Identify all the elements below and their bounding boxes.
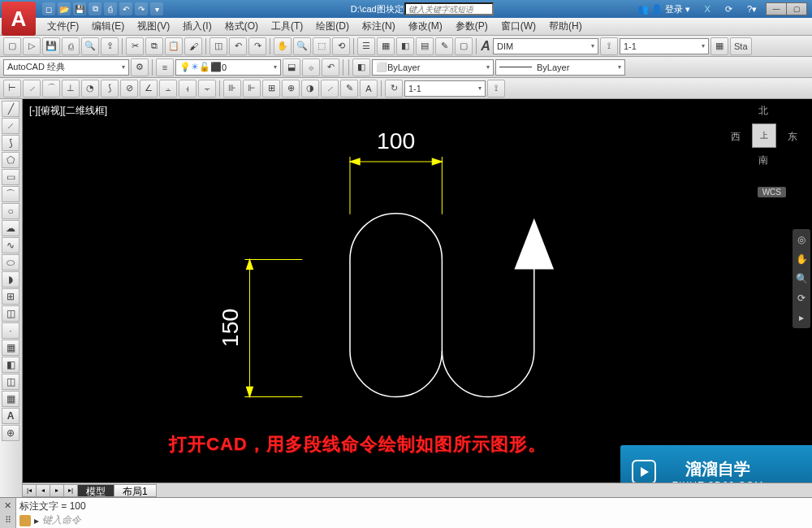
qat-saveas-icon[interactable]: ⧉ (89, 2, 102, 15)
qat-print-icon[interactable]: ⎙ (104, 2, 117, 15)
ellipsearc-icon[interactable]: ◗ (2, 271, 19, 288)
hatch-icon[interactable]: ▦ (2, 340, 19, 356)
copy-icon[interactable]: ⧉ (145, 37, 163, 55)
menu-modify[interactable]: 修改(M) (402, 18, 449, 35)
dimstylemgr-icon[interactable]: ⟟ (487, 80, 505, 97)
menu-parametric[interactable]: 参数(P) (449, 18, 495, 35)
zoom-icon[interactable]: 🔍 (293, 37, 311, 55)
nav-show-icon[interactable]: ▸ (794, 310, 809, 325)
menu-window[interactable]: 窗口(W) (495, 18, 542, 35)
menu-tools[interactable]: 工具(T) (265, 18, 309, 35)
tablestyle-icon[interactable]: ▦ (710, 37, 728, 55)
tab-last-icon[interactable]: ▸| (63, 484, 78, 497)
ssm-icon[interactable]: ▤ (416, 37, 434, 55)
props-icon[interactable]: ☰ (357, 37, 375, 55)
insert-icon[interactable]: ⊞ (2, 288, 19, 305)
dim-arc-icon[interactable]: ⌒ (42, 80, 60, 97)
menu-format[interactable]: 格式(O) (218, 18, 265, 35)
arc-icon[interactable]: ⌒ (2, 186, 19, 202)
plot-icon[interactable]: ⎙ (62, 37, 80, 55)
cmd-handle-icon[interactable]: ⠿ (0, 513, 15, 529)
tab-model[interactable]: 模型 (77, 484, 114, 497)
dim-rad-icon[interactable]: ◔ (81, 80, 99, 97)
menu-view[interactable]: 视图(V) (131, 18, 176, 35)
qat-redo-icon[interactable]: ↷ (135, 2, 148, 15)
layerstate-icon[interactable]: ⬓ (283, 58, 300, 76)
colorpick-icon[interactable]: ◧ (352, 58, 370, 76)
sta-button[interactable]: Sta (730, 37, 752, 55)
point-icon[interactable]: · (2, 322, 19, 339)
qat-open-icon[interactable]: 📂 (58, 2, 71, 15)
viewcube-w[interactable]: 西 (731, 130, 741, 144)
cmd-close-icon[interactable]: ✕ (0, 498, 15, 513)
pan-icon[interactable]: ✋ (274, 37, 292, 55)
revcloud-icon[interactable]: ☁ (2, 220, 19, 236)
tab-next-icon[interactable]: ▸ (50, 484, 64, 497)
layer-combo[interactable]: 💡☀🔓⬛ 0 (175, 59, 281, 76)
viewcube[interactable]: 北 西 东 南 上 (736, 107, 793, 164)
block-icon[interactable]: ◫ (209, 37, 227, 55)
block-icon[interactable]: ◫ (2, 305, 19, 322)
tab-layout1[interactable]: 布局1 (114, 484, 157, 497)
tab-first-icon[interactable]: |◂ (22, 484, 37, 497)
color-combo[interactable]: ⬜ByLayer (372, 59, 494, 76)
layerprev-icon[interactable]: ↶ (322, 58, 339, 76)
maximize-button[interactable]: ▢ (786, 2, 807, 15)
circle-icon[interactable]: ○ (2, 203, 19, 219)
new-icon[interactable]: ▢ (3, 37, 21, 55)
dimstyle2-combo[interactable]: 1-1 (404, 80, 486, 97)
dim-dia-icon[interactable]: ⊘ (120, 80, 138, 97)
redo2-icon[interactable]: ↷ (248, 37, 266, 55)
layermatch-icon[interactable]: ⟐ (302, 58, 320, 76)
layerprops-icon[interactable]: ≡ (156, 58, 174, 76)
app-menu-button[interactable] (2, 2, 36, 36)
workspace-combo[interactable]: AutoCAD 经典 (3, 59, 129, 76)
command-input[interactable]: ▸ 键入命令 (19, 513, 809, 527)
region-icon[interactable]: ◫ (2, 374, 19, 390)
polygon-icon[interactable]: ⬠ (2, 152, 19, 168)
dimtedit-icon[interactable]: A (360, 80, 378, 97)
calc-icon[interactable]: ▢ (455, 37, 473, 55)
nav-pan-icon[interactable]: ✋ (794, 252, 809, 266)
dim-space-icon[interactable]: ⊪ (223, 80, 241, 97)
dim-base-icon[interactable]: ⫞ (179, 80, 197, 97)
match-icon[interactable]: 🖌 (184, 37, 202, 55)
cen-icon[interactable]: ⊕ (282, 80, 300, 97)
exchange-icon[interactable]: X (700, 2, 715, 16)
linetype-combo[interactable]: ByLayer (495, 59, 625, 76)
dim-jog-icon[interactable]: ⟆ (101, 80, 119, 97)
markup-icon[interactable]: ✎ (435, 37, 453, 55)
drawing-canvas[interactable]: [-][俯视][二维线框] 100 150 (23, 99, 812, 497)
paste-icon[interactable]: 📋 (165, 37, 183, 55)
textstyle-combo[interactable]: DIM (493, 38, 598, 54)
viewcube-e[interactable]: 东 (788, 130, 797, 144)
dimstyle-combo[interactable]: 1-1 (620, 38, 709, 54)
save-icon[interactable]: 💾 (42, 37, 60, 55)
help-icon[interactable]: ?▾ (742, 2, 762, 16)
insp-icon[interactable]: ◑ (301, 80, 319, 97)
dim-ord-icon[interactable]: ⊥ (62, 80, 80, 97)
help-search-input[interactable] (404, 2, 494, 15)
dim-quick-icon[interactable]: ⫠ (159, 80, 177, 97)
line-icon[interactable]: ╱ (2, 101, 19, 117)
menu-dimension[interactable]: 标注(N) (356, 18, 402, 35)
qat-save-icon[interactable]: 💾 (73, 2, 86, 15)
signin-button[interactable]: 👥👤登录▾ (633, 2, 695, 16)
nav-orbit-icon[interactable]: ⟳ (794, 291, 809, 305)
cut-icon[interactable]: ✂ (126, 37, 144, 55)
preview-icon[interactable]: 🔍 (81, 37, 99, 55)
dim-aligned-icon[interactable]: ⟋ (23, 80, 41, 97)
wcs-badge[interactable]: WCS (758, 187, 786, 197)
dimstyle-icon[interactable]: ⟟ (600, 37, 618, 55)
tab-prev-icon[interactable]: ◂ (36, 484, 50, 497)
dc-icon[interactable]: ▦ (377, 37, 395, 55)
rect-icon[interactable]: ▭ (2, 169, 19, 185)
dim-cont-icon[interactable]: ⫟ (198, 80, 216, 97)
stay-connected-icon[interactable]: ⟳ (720, 2, 737, 16)
viewcube-s[interactable]: 南 (758, 154, 768, 167)
nav-wheel-icon[interactable]: ◎ (794, 232, 809, 247)
ws-settings-icon[interactable]: ⚙ (131, 58, 149, 76)
menu-edit[interactable]: 编辑(E) (85, 18, 131, 35)
menu-insert[interactable]: 插入(I) (176, 18, 218, 35)
qat-new-icon[interactable]: ◻ (42, 2, 55, 15)
